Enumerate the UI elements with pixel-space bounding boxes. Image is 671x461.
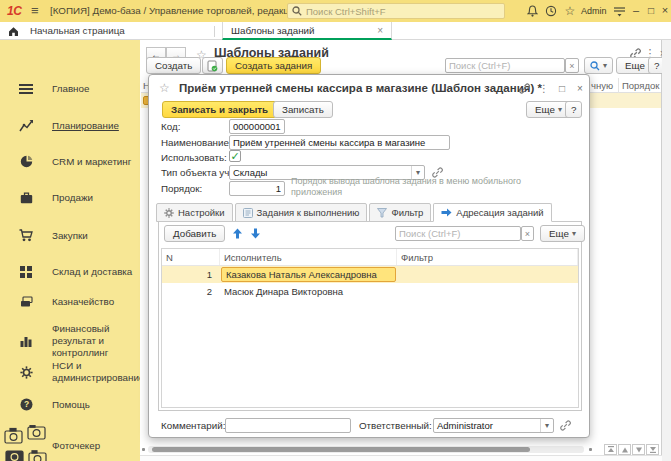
sidebar-item-treasury[interactable]: Казначейство bbox=[0, 296, 140, 308]
col-n[interactable]: N bbox=[162, 249, 220, 265]
sidebar-item-label: Помощь bbox=[52, 399, 134, 411]
sidebar-item-planning[interactable]: Планирование bbox=[0, 119, 140, 132]
move-up-button[interactable] bbox=[229, 225, 245, 241]
create-tasks-button[interactable]: Создать задания bbox=[226, 57, 321, 74]
sidebar-item-main[interactable]: Главное bbox=[0, 83, 140, 95]
money-icon bbox=[0, 296, 52, 308]
grid-more-button[interactable]: Еще ▾ bbox=[540, 225, 585, 242]
dialog-maximize-icon[interactable]: □ bbox=[555, 81, 569, 95]
save-button[interactable]: Записать bbox=[273, 101, 333, 118]
code-input[interactable] bbox=[229, 119, 285, 134]
dialog-link-icon[interactable] bbox=[517, 81, 531, 95]
sidebar-item-sales[interactable]: Продажи bbox=[0, 192, 140, 204]
tab-task-addressing[interactable]: Адресация заданий bbox=[433, 203, 551, 222]
responsible-combo[interactable]: Administrator ▾ bbox=[433, 418, 554, 433]
executor-cell-selected[interactable]: Казакова Наталья Александровна bbox=[221, 267, 396, 282]
funnel-icon bbox=[377, 208, 387, 218]
sidebar-item-nsi-administration[interactable]: НСИ и администрирование bbox=[0, 360, 140, 384]
search-icon bbox=[590, 61, 600, 71]
clear-search-icon[interactable]: × bbox=[565, 58, 579, 73]
move-down-button[interactable] bbox=[247, 225, 263, 241]
1c-logo: 1С bbox=[7, 4, 21, 18]
maximize-button[interactable]: □ bbox=[644, 2, 658, 18]
tab-settings[interactable]: Настройки bbox=[156, 203, 233, 222]
sidebar-item-purchases[interactable]: Закупки bbox=[0, 229, 140, 242]
horizontal-scrollbar-thumb[interactable] bbox=[152, 447, 530, 452]
tab-label: Фильтр bbox=[391, 207, 423, 218]
scroll-right-dot[interactable] bbox=[589, 448, 592, 451]
tab-filter[interactable]: Фильтр bbox=[369, 203, 431, 222]
sidebar-item-label: Казначейство bbox=[52, 296, 134, 308]
cart-icon bbox=[0, 229, 52, 242]
sidebar-item-warehouse[interactable]: Склад и доставка bbox=[0, 266, 140, 278]
dialog-title: Приём утренней смены кассира в магазине … bbox=[179, 82, 542, 94]
task-template-dialog: ☆ Приём утренней смены кассира в магазин… bbox=[148, 74, 590, 438]
bg-col-order[interactable]: Порядок bbox=[622, 80, 659, 91]
col-filter[interactable]: Фильтр bbox=[397, 249, 578, 265]
dialog-help-button[interactable]: ? bbox=[565, 101, 582, 118]
grid-clear-search-icon[interactable]: × bbox=[521, 226, 534, 241]
status-strip bbox=[140, 455, 671, 461]
list-search-input[interactable] bbox=[445, 58, 565, 73]
tab-tasks-to-execute[interactable]: Задания к выполнению bbox=[235, 203, 368, 222]
global-search[interactable] bbox=[287, 3, 505, 19]
scroll-left-dot[interactable] bbox=[142, 448, 145, 451]
service-menu-icon[interactable] bbox=[611, 3, 627, 19]
go-prev-button[interactable] bbox=[618, 444, 631, 455]
col-executor[interactable]: Исполнитель bbox=[220, 249, 397, 265]
minimize-button[interactable]: – bbox=[629, 2, 643, 18]
planning-chart-icon bbox=[0, 119, 52, 132]
save-and-close-button[interactable]: Записать и закрыть bbox=[162, 101, 277, 118]
executor-cell[interactable]: Масюк Динара Викторовна bbox=[220, 286, 397, 297]
table-row[interactable]: 1 Казакова Наталья Александровна bbox=[162, 266, 578, 283]
more-label: Еще bbox=[535, 104, 555, 115]
tab-task-templates[interactable]: Шаблоны заданий × bbox=[222, 22, 392, 40]
search-options-button[interactable]: ▾ bbox=[584, 57, 613, 74]
tab-home-page[interactable]: Начальная страница bbox=[30, 25, 125, 36]
dropdown-arrow-icon[interactable]: ▾ bbox=[540, 419, 553, 432]
dropdown-arrow-icon: ▾ bbox=[603, 61, 607, 70]
dialog-menu-dots-icon[interactable]: ⋮ bbox=[537, 81, 551, 95]
go-first-button[interactable] bbox=[604, 444, 617, 455]
notifications-bell-icon[interactable] bbox=[524, 3, 540, 19]
close-tab-icon[interactable]: × bbox=[377, 25, 383, 36]
sidebar-item-financial-result[interactable]: Финансовый результат и контроллинг bbox=[0, 323, 140, 359]
dialog-close-icon[interactable]: × bbox=[573, 81, 587, 95]
sidebar-item-label: Продажи bbox=[52, 192, 134, 204]
combo-value: Administrator bbox=[434, 420, 540, 431]
go-next-button[interactable] bbox=[632, 444, 645, 455]
bg-col-clipped: чную bbox=[591, 80, 613, 91]
home-tab[interactable] bbox=[8, 24, 19, 38]
close-app-button[interactable]: × bbox=[658, 2, 671, 18]
dialog-favorite-star-icon[interactable]: ☆ bbox=[159, 81, 170, 95]
copy-icon bbox=[207, 60, 218, 72]
sidebar-item-photochecker[interactable]: Фоточекер bbox=[0, 423, 140, 461]
main-menu-icon[interactable]: ≡ bbox=[31, 3, 39, 18]
gear-icon bbox=[0, 366, 52, 379]
order-hint: Порядок вывода шаблона задания в меню мо… bbox=[291, 176, 536, 198]
addressing-panel: Добавить × Еще ▾ N Исполнитель Фи bbox=[158, 221, 582, 411]
name-input[interactable] bbox=[229, 135, 450, 150]
history-clock-icon[interactable] bbox=[543, 3, 559, 19]
use-checkbox[interactable]: ✓ bbox=[229, 150, 241, 162]
copy-button[interactable] bbox=[202, 57, 223, 74]
sidebar-item-help[interactable]: ? Помощь bbox=[0, 398, 140, 411]
order-input[interactable] bbox=[229, 181, 285, 196]
add-row-button[interactable]: Добавить bbox=[164, 225, 225, 242]
search-icon bbox=[292, 6, 302, 16]
favorites-star-icon[interactable]: ☆ bbox=[562, 3, 578, 19]
table-row[interactable]: 2 Масюк Динара Викторовна bbox=[162, 283, 578, 300]
sidebar-item-crm[interactable]: CRM и маркетинг bbox=[0, 155, 140, 168]
create-button[interactable]: Создать bbox=[146, 57, 201, 74]
global-search-input[interactable] bbox=[306, 6, 500, 17]
order-label: Порядок: bbox=[161, 183, 202, 194]
responsible-open-link-icon[interactable] bbox=[559, 418, 572, 432]
sidebar-item-label: Финансовый результат и контроллинг bbox=[52, 323, 134, 359]
current-user[interactable]: Admin bbox=[581, 6, 607, 16]
comment-input[interactable] bbox=[225, 418, 351, 433]
responsible-label: Ответственный: bbox=[359, 420, 432, 431]
tab-label: Настройки bbox=[178, 207, 225, 218]
grid-search-input[interactable] bbox=[395, 226, 521, 241]
row-number: 2 bbox=[162, 286, 220, 297]
go-last-button[interactable] bbox=[646, 444, 659, 455]
